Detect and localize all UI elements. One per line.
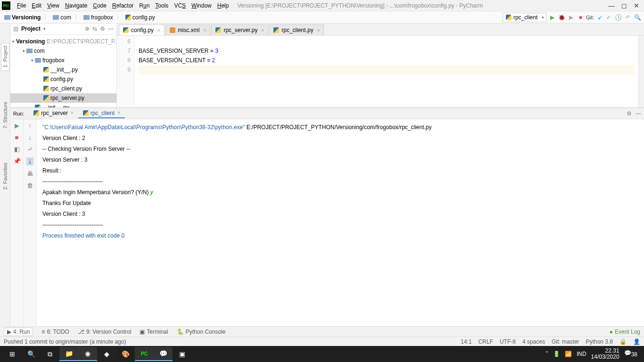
close-tab-icon[interactable]: × [157,28,160,33]
gear-icon[interactable]: ⚙ [100,25,105,32]
tree-file-config[interactable]: config.py [10,74,116,84]
git-commit-icon[interactable]: ✓ [606,14,611,21]
tool-tab-structure[interactable]: 7: Structure [1,99,9,132]
debug-icon[interactable]: 🐞 [558,14,565,21]
git-rollback-icon[interactable]: ↶ [626,14,630,21]
git-history-icon[interactable]: 🕓 [615,14,622,21]
close-tab-icon[interactable]: × [71,110,74,115]
clear-icon[interactable]: 🗑 [27,182,33,189]
search-icon[interactable]: 🔍 [22,347,41,361]
status-git[interactable]: Git: master [552,338,579,345]
close-icon[interactable]: ✕ [634,2,639,9]
tree-file-rpc-server[interactable]: rpc_server.py [10,93,116,103]
crumb-file[interactable]: config.py [124,14,157,21]
run-icon[interactable]: ▶ [550,14,554,21]
editor-scrollbar[interactable] [638,36,644,107]
close-tab-icon[interactable]: × [261,28,264,33]
explorer-icon[interactable]: 📁 [59,347,78,361]
rerun-icon[interactable]: ▶ [15,122,19,129]
unity-icon[interactable]: ◆ [97,347,116,361]
collapse-icon[interactable]: ⇆ [92,25,97,32]
soft-wrap-icon[interactable]: ⤶ [27,146,33,153]
menu-file[interactable]: File [14,1,29,10]
maximize-icon[interactable]: ◻ [621,2,627,9]
notifications-icon[interactable]: 💬38 [624,350,637,358]
chevron-down-icon[interactable]: ▾ [43,26,46,31]
tree-com[interactable]: ▾com [10,46,116,56]
tab-rpc-client[interactable]: rpc_client.py× [269,25,324,35]
console-output[interactable]: "C:\Users\Faisal Amir\AppData\Local\Prog… [37,119,644,326]
search-everywhere-icon[interactable]: 🔍 [634,14,641,21]
tray-chevron-icon[interactable]: ˄ [545,351,548,357]
tree-frogobox[interactable]: ▾frogobox [10,56,116,65]
menu-refactor[interactable]: Refactor [109,1,136,10]
gear-icon[interactable]: ⚙ [627,110,632,117]
status-encoding[interactable]: UTF-8 [500,338,516,345]
menu-window[interactable]: Window [189,1,215,10]
menu-run[interactable]: Run [136,1,152,10]
hide-icon[interactable]: — [108,25,114,32]
bottom-tab-terminal[interactable]: ▣ Terminal [140,329,168,335]
minimize-icon[interactable]: — [608,2,615,9]
inspector-icon[interactable]: 👤 [633,338,640,345]
layout-icon[interactable]: ◧ [14,146,20,153]
task-view-icon[interactable]: ⧉ [41,347,59,361]
tray-lang[interactable]: IND [577,351,586,357]
run-config-selector[interactable]: rpc_client [503,13,546,22]
menu-vcs[interactable]: VCS [171,1,189,10]
git-update-icon[interactable]: ↙ [598,14,603,21]
menu-help[interactable]: Help [215,1,232,10]
tree-file-rpc-client[interactable]: rpc_client.py [10,84,116,93]
close-tab-icon[interactable]: × [204,28,206,33]
lock-icon[interactable]: 🔒 [619,338,627,345]
print-icon[interactable]: 🖶 [27,170,33,177]
tree-file-init2[interactable]: __init__.py [10,103,116,107]
status-indent[interactable]: 4 spaces [522,338,545,345]
terminal-icon[interactable]: ▣ [173,347,191,361]
scroll-to-end-icon[interactable]: ⤓ [26,157,33,165]
crumb-frogobox[interactable]: frogobox [82,14,115,21]
battery-icon[interactable]: 🔋 [553,351,560,357]
system-tray[interactable]: ˄ 🔋 📶 IND 22.31 14/03/2020 💬38 [545,348,641,360]
project-panel-title[interactable]: Project [21,25,41,32]
start-button[interactable]: ⊞ [3,347,22,361]
bottom-tab-run[interactable]: ▶ 4: Run [4,328,33,336]
stop-icon[interactable]: ■ [15,134,19,141]
status-position[interactable]: 14:1 [461,338,471,345]
run-tab-rpc-client[interactable]: rpc_client× [78,109,125,118]
tab-misc[interactable]: misc.xml× [165,25,211,35]
crumb-com[interactable]: com [51,14,73,21]
status-python[interactable]: Python 3.8 [586,338,613,345]
up-icon[interactable]: ↑ [28,122,32,129]
bottom-tab-todo[interactable]: ≡ 6: TODO [41,329,69,335]
chrome-icon[interactable]: ◉ [78,347,97,361]
close-tab-icon[interactable]: × [317,28,320,33]
locate-icon[interactable]: ⊕ [85,25,90,32]
menu-view[interactable]: View [44,1,62,10]
event-log-button[interactable]: ● Event Log [610,329,640,335]
pycharm-icon[interactable]: PC [135,347,154,361]
menu-edit[interactable]: Edit [29,1,44,10]
tab-config[interactable]: config.py× [119,25,165,35]
crumb-versioning[interactable]: Versioning [3,14,42,21]
bottom-tab-vcs[interactable]: ⎇ 9: Version Control [78,329,131,335]
bottom-tab-pyconsole[interactable]: 🐍 Python Console [177,329,226,335]
run-coverage-icon[interactable]: ▶. [569,14,575,21]
hide-icon[interactable]: — [636,110,641,117]
pin-icon[interactable]: 📌 [13,157,21,165]
code-editor[interactable]: 6789 BASE_VERSION_SERVER = 3 BASE_VERSIO… [117,36,644,107]
line-icon[interactable]: 💬 [154,347,173,361]
tray-clock[interactable]: 22.31 14/03/2020 [591,348,619,360]
tool-tab-favorites[interactable]: 2: Favorites [1,160,9,192]
menu-code[interactable]: Code [90,1,109,10]
project-tree[interactable]: ▾VersioningE:\PROJECT\PROJECT_P... ▾com … [10,35,116,107]
stop-icon[interactable]: ■ [579,14,582,21]
tree-root[interactable]: ▾VersioningE:\PROJECT\PROJECT_P... [10,37,116,46]
run-tab-rpc-server[interactable]: rpc_server× [29,109,78,118]
menu-tools[interactable]: Tools [152,1,171,10]
wifi-icon[interactable]: 📶 [565,351,572,357]
tree-file-init[interactable]: __init__.py [10,65,116,74]
tool-tab-project[interactable]: 1: Project [1,42,9,71]
paint-icon[interactable]: 🎨 [116,347,135,361]
close-tab-icon[interactable]: × [117,110,120,115]
